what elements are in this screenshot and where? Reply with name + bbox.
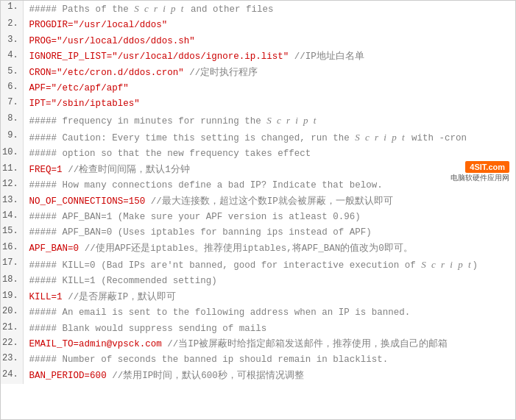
line-code: APF="/etc/apf/apf" bbox=[23, 81, 515, 96]
line-code: APF_BAN=0 //使用APF还是iptables。推荐使用iptables… bbox=[23, 241, 515, 257]
table-row: 1.##### Paths of the S c r i p t and oth… bbox=[1, 1, 515, 18]
line-number: 16. bbox=[1, 241, 23, 257]
table-row: 4.IGNORE_IP_LIST="/usr/local/ddos/ignore… bbox=[1, 49, 515, 65]
line-number: 10. bbox=[1, 146, 23, 162]
line-number: 14. bbox=[1, 210, 23, 225]
line-number: 24. bbox=[1, 369, 23, 384]
line-number: 18. bbox=[1, 274, 23, 289]
table-row: 15.##### APF_BAN=0 (Uses iptables for ba… bbox=[1, 225, 515, 241]
line-code: EMAIL_TO=admin@vpsck.com //当IP被屏蔽时给指定邮箱发… bbox=[23, 337, 515, 352]
line-code: ##### How many connections define a bad … bbox=[23, 178, 515, 193]
line-number: 9. bbox=[1, 129, 23, 146]
table-row: 2.PROGDIR="/usr/local/ddos" bbox=[1, 18, 515, 33]
table-row: 14.##### APF_BAN=1 (Make sure your APF v… bbox=[1, 210, 515, 225]
line-code: IGNORE_IP_LIST="/usr/local/ddos/ignore.i… bbox=[23, 49, 515, 65]
table-row: 18.##### KILL=1 (Recommended setting) bbox=[1, 274, 515, 289]
line-number: 22. bbox=[1, 337, 23, 352]
table-row: 12.##### How many connections define a b… bbox=[1, 178, 515, 193]
line-code: PROGDIR="/usr/local/ddos" bbox=[23, 18, 515, 33]
line-code: KILL=1 //是否屏蔽IP，默认即可 bbox=[23, 290, 515, 305]
line-number: 8. bbox=[1, 113, 23, 129]
line-number: 20. bbox=[1, 305, 23, 321]
line-code: ##### KILL=0 (Bad IPs are'nt banned, goo… bbox=[23, 257, 515, 274]
table-row: 6.APF="/etc/apf/apf" bbox=[1, 81, 515, 96]
line-code: NO_OF_CONNECTIONS=150 //最大连接数，超过这个数IP就会被… bbox=[23, 194, 515, 210]
line-code: BAN_PERIOD=600 //禁用IP时间，默认600秒，可根据情况调整 bbox=[23, 369, 515, 384]
table-row: 13.NO_OF_CONNECTIONS=150 //最大连接数，超过这个数IP… bbox=[1, 194, 515, 210]
table-row: 7.IPT="/sbin/iptables" bbox=[1, 96, 515, 112]
table-row: 21.##### Blank would suppress sending of… bbox=[1, 321, 515, 337]
line-number: 12. bbox=[1, 178, 23, 193]
line-number: 23. bbox=[1, 352, 23, 368]
line-code: ##### frequency in minutes for running t… bbox=[23, 113, 515, 129]
line-code: ##### KILL=1 (Recommended setting) bbox=[23, 274, 515, 289]
line-code: PROG="/usr/local/ddos/ddos.sh" bbox=[23, 34, 515, 49]
line-number: 2. bbox=[1, 18, 23, 33]
line-number: 21. bbox=[1, 321, 23, 337]
watermark-brand: 4SIT.com bbox=[465, 161, 509, 173]
table-row: 10.##### option so that the new frequenc… bbox=[1, 146, 515, 162]
line-code: ##### option so that the new frequency t… bbox=[23, 146, 515, 162]
line-code: ##### Number of seconds the banned ip sh… bbox=[23, 352, 515, 368]
table-row: 23.##### Number of seconds the banned ip… bbox=[1, 352, 515, 368]
line-code: ##### APF_BAN=0 (Uses iptables for banni… bbox=[23, 225, 515, 241]
code-table: 1.##### Paths of the S c r i p t and oth… bbox=[1, 1, 515, 384]
table-row: 8.##### frequency in minutes for running… bbox=[1, 113, 515, 129]
table-row: 3.PROG="/usr/local/ddos/ddos.sh" bbox=[1, 34, 515, 49]
table-row: 16.APF_BAN=0 //使用APF还是iptables。推荐使用iptab… bbox=[1, 241, 515, 257]
line-code: IPT="/sbin/iptables" bbox=[23, 96, 515, 112]
line-number: 6. bbox=[1, 81, 23, 96]
line-number: 17. bbox=[1, 257, 23, 274]
table-row: 9.##### Caution: Every time this setting… bbox=[1, 129, 515, 146]
line-number: 1. bbox=[1, 1, 23, 18]
line-number: 5. bbox=[1, 65, 23, 81]
table-row: 5.CRON="/etc/cron.d/ddos.cron" //定时执行程序 bbox=[1, 65, 515, 81]
table-row: 11.FREQ=1 //检查时间间隔，默认1分钟 bbox=[1, 163, 515, 178]
line-code: FREQ=1 //检查时间间隔，默认1分钟 bbox=[23, 163, 515, 178]
line-number: 13. bbox=[1, 194, 23, 210]
line-number: 11. bbox=[1, 163, 23, 178]
line-code: CRON="/etc/cron.d/ddos.cron" //定时执行程序 bbox=[23, 65, 515, 81]
line-code: ##### Caution: Every time this setting i… bbox=[23, 129, 515, 146]
table-row: 17.##### KILL=0 (Bad IPs are'nt banned, … bbox=[1, 257, 515, 274]
line-number: 15. bbox=[1, 225, 23, 241]
line-code: ##### APF_BAN=1 (Make sure your APF vers… bbox=[23, 210, 515, 225]
code-viewer: 4SIT.com 电脑软硬件应用网 1.##### Paths of the S… bbox=[0, 0, 516, 420]
table-row: 24.BAN_PERIOD=600 //禁用IP时间，默认600秒，可根据情况调… bbox=[1, 369, 515, 384]
table-row: 20.##### An email is sent to the followi… bbox=[1, 305, 515, 321]
table-row: 22.EMAIL_TO=admin@vpsck.com //当IP被屏蔽时给指定… bbox=[1, 337, 515, 352]
table-row: 19.KILL=1 //是否屏蔽IP，默认即可 bbox=[1, 290, 515, 305]
line-code: ##### Paths of the S c r i p t and other… bbox=[23, 1, 515, 18]
line-code: ##### Blank would suppress sending of ma… bbox=[23, 321, 515, 337]
watermark-sub: 电脑软硬件应用网 bbox=[450, 173, 509, 183]
line-code: ##### An email is sent to the following … bbox=[23, 305, 515, 321]
line-number: 4. bbox=[1, 49, 23, 65]
line-number: 7. bbox=[1, 96, 23, 112]
line-number: 19. bbox=[1, 290, 23, 305]
line-number: 3. bbox=[1, 34, 23, 49]
